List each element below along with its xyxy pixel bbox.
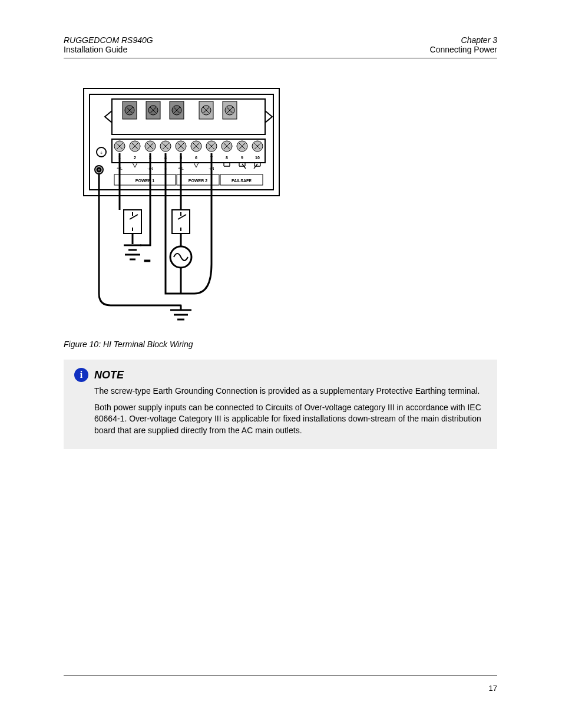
page-number: 17 [489, 684, 497, 693]
svg-text:–: – [145, 255, 150, 265]
svg-text:8: 8 [226, 156, 228, 160]
page-header: RUGGEDCOM RS940G Chapter 3 [64, 35, 497, 45]
header-rule [64, 58, 497, 58]
header-section: Connecting Power [430, 45, 497, 54]
svg-text:FAILSAFE: FAILSAFE [232, 179, 252, 183]
note-line-2: Both power supply inputs can be connecte… [94, 402, 487, 437]
page-subheader: Installation Guide Connecting Power [64, 45, 497, 54]
svg-point-80 [97, 168, 101, 172]
footer-rule [64, 676, 497, 676]
info-icon: i [74, 368, 88, 382]
note-header: i NOTE [74, 368, 487, 382]
svg-text:POWER 2: POWER 2 [189, 179, 207, 183]
note-title: NOTE [94, 369, 124, 381]
svg-text:2: 2 [134, 156, 136, 160]
wiring-diagram: ⏚ [82, 87, 280, 329]
note-box: i NOTE The screw-type Earth Grounding Co… [64, 360, 497, 449]
svg-text:6: 6 [195, 156, 197, 160]
note-line-1: The screw-type Earth Grounding Connectio… [94, 386, 487, 397]
figure-caption: Figure 10: HI Terminal Block Wiring [64, 340, 193, 349]
header-chapter: Chapter 3 [461, 35, 497, 45]
svg-text:10: 10 [255, 156, 260, 160]
svg-text:POWER 1: POWER 1 [135, 179, 154, 183]
page: RUGGEDCOM RS940G Chapter 3 Installation … [0, 0, 562, 728]
header-product: RUGGEDCOM RS940G [64, 35, 153, 45]
note-body: The screw-type Earth Grounding Connectio… [94, 386, 487, 436]
header-doc: Installation Guide [64, 45, 127, 54]
svg-text:9: 9 [241, 156, 243, 160]
page-footer: 17 [64, 684, 497, 693]
